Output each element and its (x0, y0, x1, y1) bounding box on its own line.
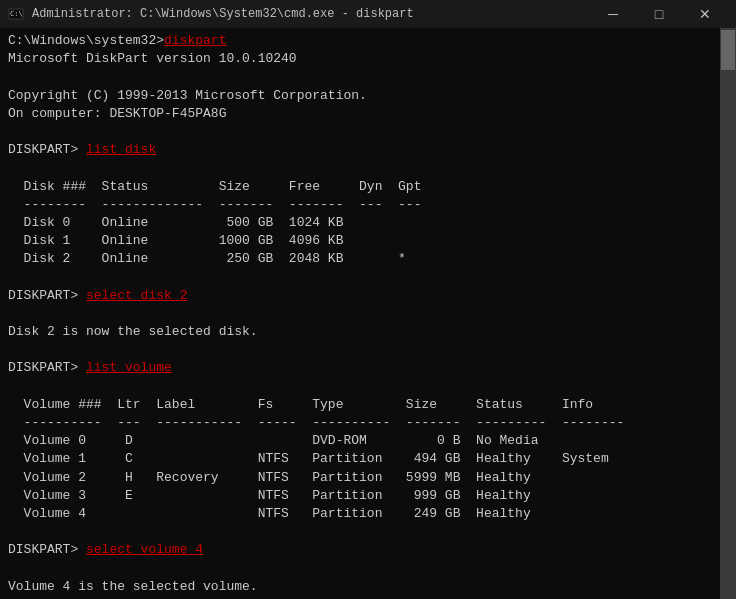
copyright-line: Copyright (C) 1999-2013 Microsoft Corpor… (8, 87, 710, 105)
svg-text:C:\: C:\ (10, 10, 23, 18)
cmd-window: C:\ Administrator: C:\Windows\System32\c… (0, 0, 736, 599)
prompt-line-3: DISKPART> select disk 2 (8, 287, 710, 305)
cmd-list-volume: list volume (86, 360, 172, 375)
disk-sep-line: -------- ------------- ------- ------- -… (8, 196, 710, 214)
path-prompt-1: C:\Windows\system32> (8, 33, 164, 48)
diskpart-prompt-5: DISKPART> (8, 542, 86, 557)
blank-4 (8, 268, 710, 286)
vol-header-line: Volume ### Ltr Label Fs Type Size Status… (8, 396, 710, 414)
vol-2-line: Volume 2 H Recovery NTFS Partition 5999 … (8, 469, 710, 487)
cmd-list-disk: list disk (86, 142, 156, 157)
minimize-button[interactable]: ─ (590, 0, 636, 28)
cmd-diskpart: diskpart (164, 33, 226, 48)
prompt-line-2: DISKPART> list disk (8, 141, 710, 159)
vol-1-line: Volume 1 C NTFS Partition 494 GB Healthy… (8, 450, 710, 468)
cmd-select-volume: select volume 4 (86, 542, 203, 557)
disk-2-line: Disk 2 Online 250 GB 2048 KB * (8, 250, 710, 268)
blank-6 (8, 341, 710, 359)
vol-sep-line: ---------- --- ----------- ----- -------… (8, 414, 710, 432)
scrollbar-thumb[interactable] (721, 30, 735, 70)
cmd-select-disk: select disk 2 (86, 288, 187, 303)
disk-1-line: Disk 1 Online 1000 GB 4096 KB (8, 232, 710, 250)
disk-selected-line: Disk 2 is now the selected disk. (8, 323, 710, 341)
app-icon: C:\ (8, 6, 24, 22)
diskpart-prompt-2: DISKPART> (8, 142, 86, 157)
volume-selected-line: Volume 4 is the selected volume. (8, 578, 710, 596)
close-button[interactable]: ✕ (682, 0, 728, 28)
vertical-scrollbar[interactable] (720, 28, 736, 599)
blank-3 (8, 159, 710, 177)
vol-3-line: Volume 3 E NTFS Partition 999 GB Healthy (8, 487, 710, 505)
blank-2 (8, 123, 710, 141)
blank-7 (8, 378, 710, 396)
blank-9 (8, 559, 710, 577)
window-title: Administrator: C:\Windows\System32\cmd.e… (32, 7, 590, 21)
blank-5 (8, 305, 710, 323)
blank-8 (8, 523, 710, 541)
restore-button[interactable]: □ (636, 0, 682, 28)
computer-line: On computer: DESKTOP-F45PA8G (8, 105, 710, 123)
prompt-line-5: DISKPART> select volume 4 (8, 541, 710, 559)
version-line: Microsoft DiskPart version 10.0.10240 (8, 50, 710, 68)
terminal-content: C:\Windows\system32>diskpart Microsoft D… (8, 32, 728, 599)
blank-1 (8, 68, 710, 86)
vol-4-line: Volume 4 NTFS Partition 249 GB Healthy (8, 505, 710, 523)
window-controls: ─ □ ✕ (590, 0, 728, 28)
title-bar: C:\ Administrator: C:\Windows\System32\c… (0, 0, 736, 28)
terminal-area[interactable]: C:\Windows\system32>diskpart Microsoft D… (0, 28, 736, 599)
vol-0-line: Volume 0 D DVD-ROM 0 B No Media (8, 432, 710, 450)
diskpart-prompt-3: DISKPART> (8, 288, 86, 303)
disk-0-line: Disk 0 Online 500 GB 1024 KB (8, 214, 710, 232)
diskpart-prompt-4: DISKPART> (8, 360, 86, 375)
prompt-line-1: C:\Windows\system32>diskpart (8, 32, 710, 50)
prompt-line-4: DISKPART> list volume (8, 359, 710, 377)
disk-header-line: Disk ### Status Size Free Dyn Gpt (8, 178, 710, 196)
